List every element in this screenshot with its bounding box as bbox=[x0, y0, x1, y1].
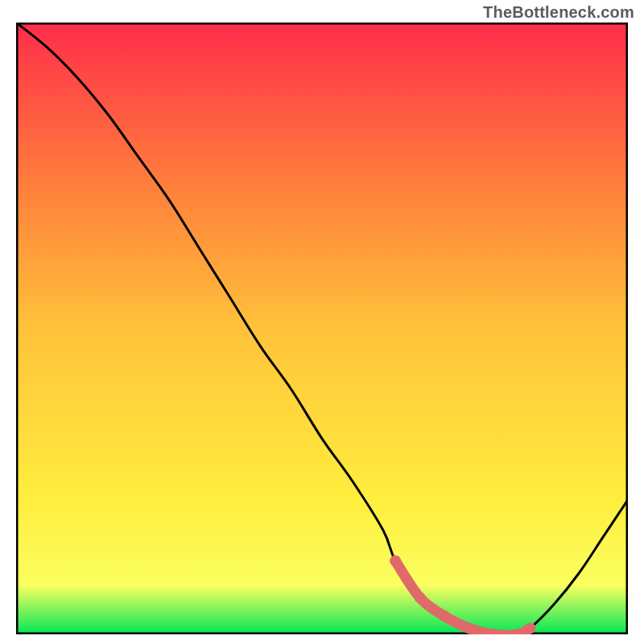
chart-svg bbox=[16, 23, 628, 634]
chart-canvas: TheBottleneck.com bbox=[0, 0, 644, 644]
optimal-range-marker bbox=[463, 622, 474, 634]
optimal-range-marker bbox=[415, 592, 426, 603]
optimal-range-marker bbox=[390, 555, 401, 567]
watermark-text: TheBottleneck.com bbox=[483, 3, 634, 22]
optimal-range-marker bbox=[524, 622, 535, 634]
plot-area bbox=[16, 23, 628, 634]
optimal-range-marker bbox=[439, 610, 450, 621]
